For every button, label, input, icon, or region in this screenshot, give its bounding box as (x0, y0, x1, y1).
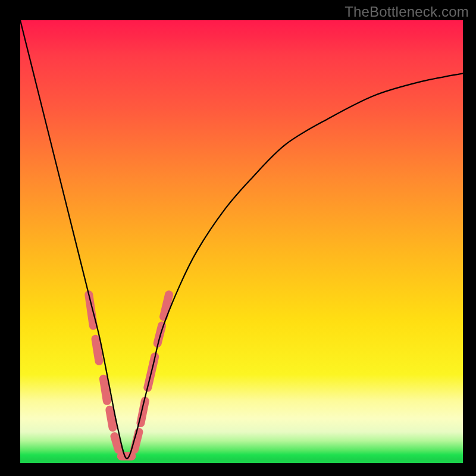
pill-marker (134, 432, 139, 450)
pill-markers (89, 295, 169, 456)
pill-marker (104, 379, 107, 401)
pill-marker (95, 339, 99, 361)
bottleneck-curve (20, 20, 463, 459)
pill-marker (114, 436, 118, 449)
pill-marker (109, 410, 112, 428)
chart-svg (20, 20, 463, 463)
watermark-text: TheBottleneck.com (345, 4, 469, 20)
chart-frame: TheBottleneck.com (0, 0, 476, 476)
plot-area (20, 20, 463, 463)
